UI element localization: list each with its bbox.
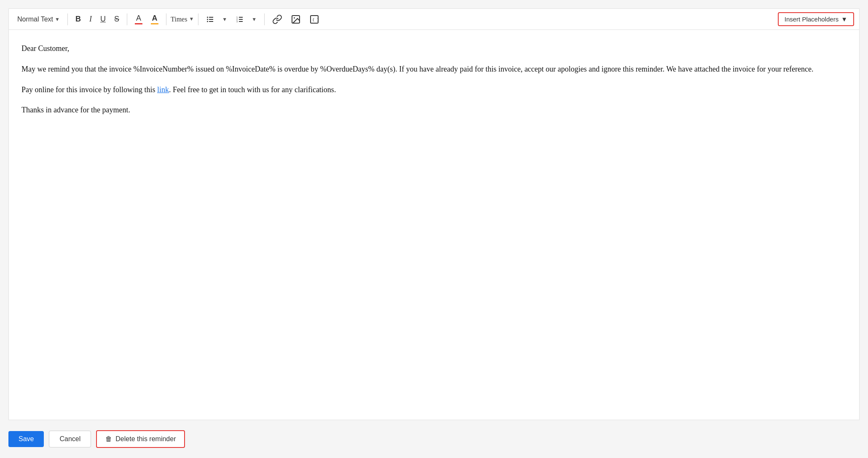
footer-actions: Save Cancel 🗑 Delete this reminder [0, 420, 868, 458]
svg-point-3 [207, 16, 208, 18]
normal-text-label: Normal Text [17, 16, 53, 23]
separator-4 [198, 13, 198, 25]
font-name-label: Times [171, 16, 187, 23]
delete-reminder-button[interactable]: 🗑 Delete this reminder [96, 430, 185, 448]
svg-text:{ }: { } [312, 18, 319, 22]
embed-icon: { } [309, 14, 319, 24]
list-buttons: ▼ [203, 13, 230, 25]
numbered-list-buttons: 1. 2. 3. ▼ [232, 13, 260, 25]
body-paragraph-1: May we remind you that the invoice %Invo… [21, 63, 847, 75]
numbered-list-dropdown[interactable]: ▼ [248, 15, 260, 24]
strikethrough-button[interactable]: S [111, 13, 123, 25]
body-paragraph-2: Pay online for this invoice by following… [21, 84, 847, 96]
separator-5 [264, 13, 265, 25]
svg-rect-6 [239, 17, 243, 18]
embed-button[interactable]: { } [306, 13, 323, 26]
svg-point-13 [294, 17, 295, 19]
bullet-list-button[interactable] [203, 13, 218, 25]
font-dropdown-arrow: ▼ [189, 16, 194, 22]
editor-container: Normal Text ▼ B I U S A A [8, 8, 860, 420]
insert-placeholders-label: Insert Placeholders [785, 16, 839, 23]
font-select-wrapper: Times ▼ [171, 16, 194, 23]
svg-rect-0 [209, 17, 213, 18]
font-color-button[interactable]: A [131, 12, 146, 26]
normal-text-arrow: ▼ [55, 16, 60, 22]
numbered-list-button[interactable]: 1. 2. 3. [232, 13, 247, 25]
insert-placeholders-button[interactable]: Insert Placeholders ▼ [778, 12, 854, 26]
highlight-bar [151, 23, 158, 24]
delete-reminder-label: Delete this reminder [115, 435, 176, 443]
separator-2 [127, 13, 127, 25]
editor-content[interactable]: Dear Customer, May we remind you that th… [9, 30, 859, 420]
separator-1 [67, 13, 68, 25]
bullet-list-icon [206, 15, 214, 24]
svg-rect-2 [209, 21, 213, 22]
svg-rect-1 [209, 19, 213, 20]
bold-button[interactable]: B [72, 13, 84, 25]
save-button[interactable]: Save [8, 431, 44, 447]
image-icon [291, 14, 301, 24]
svg-text:3.: 3. [236, 20, 238, 23]
greeting-paragraph: Dear Customer, [21, 43, 847, 55]
image-button[interactable] [287, 13, 304, 26]
link-icon [272, 14, 282, 24]
cancel-button[interactable]: Cancel [49, 431, 91, 447]
svg-point-4 [207, 19, 208, 20]
svg-rect-7 [239, 19, 243, 20]
italic-button[interactable]: I [86, 13, 95, 25]
insert-placeholders-arrow: ▼ [841, 16, 847, 23]
numbered-list-icon: 1. 2. 3. [236, 15, 244, 24]
payment-link[interactable]: link [157, 85, 169, 94]
normal-text-dropdown[interactable]: Normal Text ▼ [14, 14, 63, 25]
bullet-list-dropdown[interactable]: ▼ [219, 15, 230, 24]
body-paragraph-3: Thanks in advance for the payment. [21, 104, 847, 116]
separator-3 [166, 13, 166, 25]
svg-point-5 [207, 21, 208, 22]
trash-icon: 🗑 [105, 435, 112, 443]
link-button[interactable] [269, 13, 286, 26]
toolbar: Normal Text ▼ B I U S A A [9, 9, 859, 30]
font-color-bar [135, 23, 142, 24]
font-highlight-button[interactable]: A [147, 12, 162, 26]
svg-rect-8 [239, 21, 243, 22]
underline-button[interactable]: U [97, 13, 109, 25]
